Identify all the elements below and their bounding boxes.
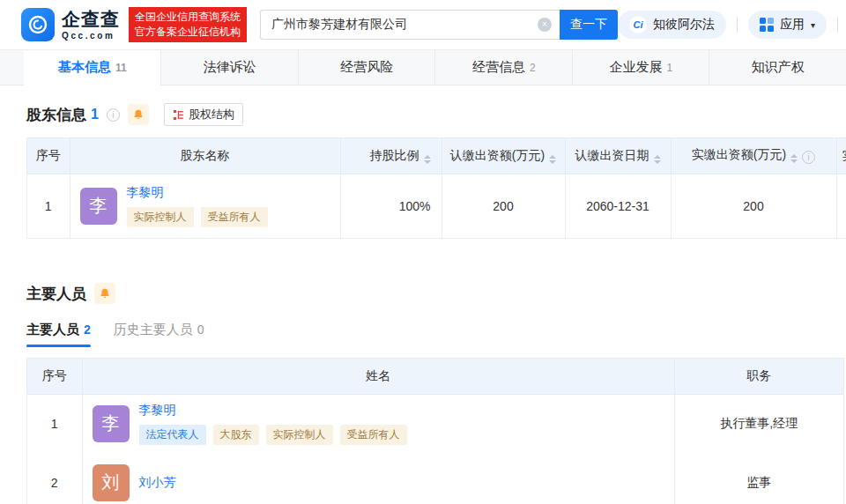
personnel-header-row: 序号 姓名 职务 xyxy=(27,359,843,394)
tab-label: 企业发展 xyxy=(609,59,662,76)
tab-label: 法律诉讼 xyxy=(204,59,256,76)
apps-label: 应用 xyxy=(780,17,805,33)
tab-count: 1 xyxy=(666,62,672,74)
subscribed-date-value: 2060-12-31 xyxy=(565,174,671,238)
search-input[interactable] xyxy=(261,18,560,32)
search-button[interactable]: 查一下 xyxy=(560,10,618,40)
col-paid-capital: 实缴出资额(万元)i xyxy=(671,138,836,174)
search-bar: × 查一下 xyxy=(260,10,618,40)
equity-structure-label: 股权结构 xyxy=(189,107,234,122)
qcc-logo[interactable]: 企查查 Qcc.com xyxy=(21,8,120,41)
col-ratio: 持股比例 xyxy=(340,138,442,174)
personnel-row: 2 刘 刘小芳 监事 xyxy=(27,453,843,504)
tab-basic-info[interactable]: 基本信息 11 xyxy=(24,50,160,85)
tab-legal-proceedings[interactable]: 法律诉讼 xyxy=(160,50,298,85)
sort-icon[interactable] xyxy=(654,155,661,164)
tag-beneficial-owner[interactable]: 受益所有人 xyxy=(340,425,407,445)
search-box: × xyxy=(260,10,560,40)
main-tab-bar: 基本信息 11 法律诉讼 经营风险 经营信息 2 企业发展 1 知识产权 xyxy=(0,49,846,85)
tab-label: 知识产权 xyxy=(752,59,805,76)
tab-operation-risk[interactable]: 经营风险 xyxy=(298,50,435,85)
tag-actual-controller[interactable]: 实际控制人 xyxy=(266,425,333,445)
apps-grid-icon xyxy=(760,18,774,32)
header-right-nav: Ci 知彼阿尔法 应用 ▾ 企 xyxy=(618,11,846,39)
alpha-logo-icon: Ci xyxy=(629,16,647,33)
top-header: 企查查 Qcc.com 全国企业信用查询系统 官方备案企业征信机构 × 查一下 … xyxy=(0,0,846,49)
tab-count: 0 xyxy=(197,322,204,337)
tag-legal-representative[interactable]: 法定代表人 xyxy=(139,425,206,445)
shareholder-row: 1 李 李黎明 实际控制人 受益所有人 100% 200 xyxy=(27,174,846,238)
search-clear-icon[interactable]: × xyxy=(538,18,552,32)
col-index: 序号 xyxy=(27,359,82,394)
shareholder-header-row: 序号 股东名称 持股比例 认缴出资额(万元) 认缴出资日期 实缴出资额(万元)i… xyxy=(27,138,846,174)
tab-intellectual-property[interactable]: 知识产权 xyxy=(709,50,846,85)
tab-label: 主要人员 xyxy=(26,322,79,338)
avatar[interactable]: 刘 xyxy=(93,464,130,501)
equity-structure-icon xyxy=(173,109,184,121)
caret-down-icon: ▾ xyxy=(811,20,815,30)
col-position: 职务 xyxy=(674,359,843,394)
avatar[interactable]: 李 xyxy=(80,188,117,225)
person-name-link[interactable]: 刘小芳 xyxy=(139,475,176,491)
avatar[interactable]: 李 xyxy=(93,405,130,442)
ratio-value: 100% xyxy=(340,174,442,238)
qcc-logo-icon xyxy=(21,8,55,41)
sort-icon[interactable] xyxy=(549,155,556,164)
col-subscribed-capital: 认缴出资额(万元) xyxy=(442,138,565,174)
tab-history-personnel[interactable]: 历史主要人员 0 xyxy=(114,322,204,347)
sort-icon[interactable] xyxy=(424,155,431,164)
apps-menu-button[interactable]: 应用 ▾ xyxy=(748,11,827,39)
tab-company-development[interactable]: 企业发展 1 xyxy=(572,50,709,85)
col-index: 序号 xyxy=(27,138,70,174)
col-subscribed-date: 认缴出资日期 xyxy=(565,138,671,174)
paid-value: 200 xyxy=(671,174,836,238)
tab-operation-info[interactable]: 经营信息 2 xyxy=(434,50,572,85)
divider xyxy=(837,17,838,33)
logo-domain: Qcc.com xyxy=(62,31,120,41)
shareholder-table: 序号 股东名称 持股比例 认缴出资额(万元) 认缴出资日期 实缴出资额(万元)i… xyxy=(26,137,846,239)
zhibi-alpha-label: 知彼阿尔法 xyxy=(653,17,715,33)
shareholder-count: 1 xyxy=(91,107,99,122)
badge-line2: 官方备案企业征信机构 xyxy=(135,25,241,40)
tag-actual-controller[interactable]: 实际控制人 xyxy=(127,207,194,227)
tab-label: 经营风险 xyxy=(340,59,393,76)
divider xyxy=(737,17,738,33)
shareholder-section-title: 股东信息 xyxy=(26,105,86,125)
tab-current-personnel[interactable]: 主要人员 2 xyxy=(26,322,91,347)
paid-date-value xyxy=(836,174,846,238)
info-icon[interactable]: i xyxy=(802,151,815,164)
zhibi-alpha-button[interactable]: Ci 知彼阿尔法 xyxy=(618,11,726,39)
info-icon[interactable]: i xyxy=(107,108,120,122)
personnel-table: 序号 姓名 职务 1 李 李黎明 法定代表人 大股东 实际控制人 xyxy=(26,358,844,504)
person-name-link[interactable]: 李黎明 xyxy=(139,403,176,419)
personnel-section-header: 主要人员 xyxy=(26,283,820,304)
position-value: 监事 xyxy=(674,453,843,504)
tab-label: 基本信息 xyxy=(58,59,111,76)
row-index: 1 xyxy=(27,174,70,238)
subscribed-value: 200 xyxy=(442,174,565,238)
shareholder-section-header: 股东信息 1 i 股权结构 xyxy=(26,103,820,126)
badge-line1: 全国企业信用查询系统 xyxy=(135,10,241,25)
position-value: 执行董事,经理 xyxy=(674,394,843,453)
bell-icon[interactable] xyxy=(94,283,115,304)
tab-label: 历史主要人员 xyxy=(114,322,193,338)
tab-count: 2 xyxy=(530,62,536,74)
col-shareholder-name: 股东名称 xyxy=(70,138,340,174)
col-paid-date: 实缴出资日期 xyxy=(836,138,846,174)
tab-count: 2 xyxy=(84,322,91,337)
tag-major-shareholder[interactable]: 大股东 xyxy=(213,425,259,445)
tab-count: 11 xyxy=(115,62,127,74)
row-index: 1 xyxy=(27,394,82,453)
personnel-section-title: 主要人员 xyxy=(26,284,86,304)
bell-icon[interactable] xyxy=(128,104,149,125)
personnel-tab-bar: 主要人员 2 历史主要人员 0 xyxy=(26,322,820,347)
tab-label: 经营信息 xyxy=(472,59,525,76)
shareholder-name-link[interactable]: 李黎明 xyxy=(127,185,164,201)
credential-badge: 全国企业信用查询系统 官方备案企业征信机构 xyxy=(129,7,247,42)
col-person-name: 姓名 xyxy=(82,359,674,394)
equity-structure-button[interactable]: 股权结构 xyxy=(164,103,243,126)
sort-icon[interactable] xyxy=(790,154,798,163)
tag-beneficial-owner[interactable]: 受益所有人 xyxy=(201,207,268,227)
logo-name: 企查查 xyxy=(62,10,120,28)
personnel-row: 1 李 李黎明 法定代表人 大股东 实际控制人 受益所有人 xyxy=(27,394,843,453)
